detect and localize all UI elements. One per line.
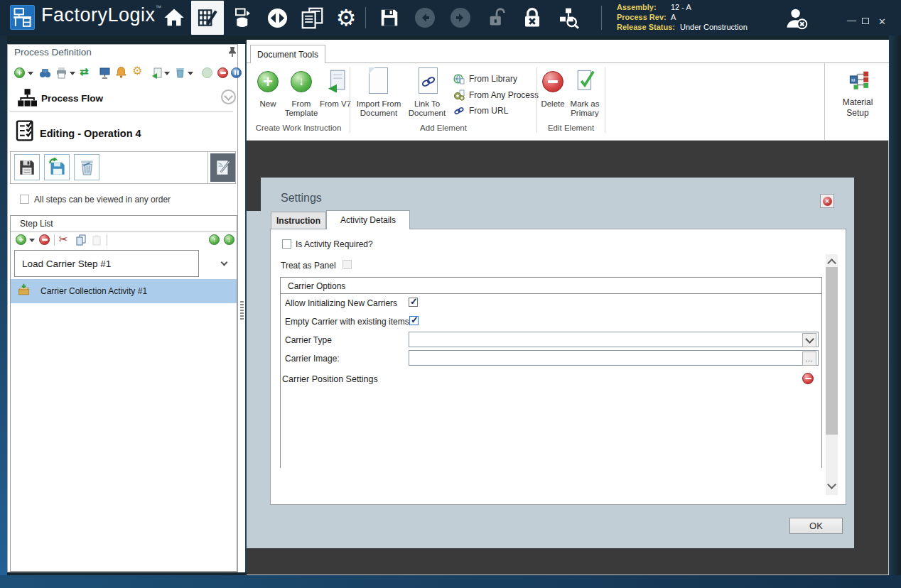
step-name-input[interactable]: Load Carrier Step #1 — [14, 250, 199, 277]
dialog-close-button[interactable]: ✕ — [820, 194, 834, 208]
scrollbar-thumb[interactable] — [826, 267, 838, 435]
sync-button[interactable] — [266, 6, 288, 29]
from-template-label[interactable]: From Template — [279, 99, 324, 118]
save-button[interactable] — [377, 6, 401, 29]
collapse-button[interactable] — [221, 89, 236, 104]
add-button[interactable]: + — [14, 67, 25, 78]
edit-mode-button[interactable] — [210, 153, 235, 182]
from-v7-label[interactable]: From V7 — [318, 99, 352, 109]
from-template-button[interactable]: ↓ — [291, 71, 312, 92]
svg-text:M: M — [851, 77, 855, 82]
tab-document-tools[interactable]: Document Tools — [250, 45, 325, 63]
delete-element-button[interactable] — [542, 71, 563, 92]
import-from-document-label[interactable]: Import From Document — [350, 99, 407, 118]
carrier-image-input[interactable]: … — [409, 350, 819, 366]
process-flow-label[interactable]: Process Flow — [41, 93, 103, 104]
carrier-options-header: Carrier Options — [280, 277, 822, 294]
reorder-button[interactable]: ⇄ — [80, 65, 89, 78]
configure-button[interactable]: ⚙ — [132, 64, 142, 77]
logout-user-button[interactable] — [784, 6, 809, 31]
add-dropdown-caret[interactable] — [28, 72, 33, 75]
export-dropdown-caret[interactable] — [164, 72, 170, 75]
minimize-button[interactable]: — — [847, 16, 856, 25]
link-to-document-label[interactable]: Link To Document — [403, 99, 451, 118]
export-button[interactable] — [151, 67, 163, 82]
cut-step-button[interactable]: ✂ — [59, 233, 68, 246]
back-button[interactable] — [415, 8, 435, 28]
material-setup-button[interactable]: M Material Setup — [827, 63, 889, 140]
print-button[interactable] — [55, 67, 68, 82]
title-bar: FactoryLogix™ — [0, 0, 901, 36]
all-steps-checkbox-label[interactable]: All steps can be viewed in any order — [34, 195, 171, 205]
combobox-dropdown-button[interactable] — [802, 333, 816, 347]
brand-title: FactoryLogix™ — [41, 4, 162, 26]
print-dropdown-caret[interactable] — [70, 72, 75, 75]
process-search-button[interactable] — [556, 6, 581, 30]
delete-operation-button[interactable] — [74, 154, 99, 180]
empty-carrier-checkbox[interactable] — [409, 316, 419, 325]
from-library-button[interactable]: From Library — [453, 73, 517, 85]
mark-primary-label[interactable]: Mark as Primary — [564, 99, 605, 118]
empty-carrier-label: Empty Carrier with existing items — [285, 317, 409, 327]
remove-position-button[interactable] — [802, 373, 814, 384]
binoculars-icon — [39, 67, 51, 79]
allow-initializing-label: Allow Initializing New Carriers — [285, 298, 397, 308]
lock-exclude-button[interactable] — [521, 6, 544, 30]
work-instructions-button[interactable] — [191, 1, 224, 35]
copy-step-button[interactable] — [75, 234, 87, 249]
maximize-button[interactable] — [862, 18, 869, 24]
notify-button[interactable] — [115, 66, 127, 81]
carrier-image-label: Carrier Image: — [285, 354, 340, 364]
carrier-type-combobox[interactable] — [409, 332, 819, 347]
activity-list-item-selected[interactable]: Carrier Collection Activity #1 — [11, 279, 237, 303]
find-button[interactable] — [39, 67, 51, 82]
home-button[interactable] — [162, 6, 186, 30]
recycle-button[interactable] — [174, 66, 186, 81]
new-instruction-button[interactable]: + — [257, 71, 279, 92]
dialog-scrollbar[interactable] — [826, 254, 838, 495]
settings-button[interactable]: ⚙ — [333, 4, 359, 31]
forward-icon — [455, 12, 466, 23]
move-step-down-button[interactable]: ↓ — [224, 234, 234, 245]
from-any-process-button[interactable]: From Any Process — [453, 89, 539, 101]
is-activity-required-label[interactable]: Is Activity Required? — [296, 239, 373, 249]
mark-primary-button[interactable] — [574, 69, 595, 96]
ok-button[interactable]: OK — [789, 518, 843, 534]
pin-icon[interactable] — [227, 46, 237, 60]
import-button[interactable] — [232, 6, 254, 30]
titlebar-separator — [601, 6, 602, 30]
printer-icon — [55, 67, 68, 79]
close-window-button[interactable]: ✕ — [878, 17, 886, 26]
from-v7-button[interactable] — [326, 70, 347, 97]
scroll-down-arrow[interactable] — [827, 480, 836, 489]
move-step-up-button[interactable]: ↑ — [209, 234, 220, 245]
browse-button[interactable]: … — [802, 352, 816, 366]
dialog-title: Settings — [281, 192, 322, 205]
scroll-up-arrow[interactable] — [827, 258, 836, 268]
reports-button[interactable] — [299, 6, 325, 30]
home-icon — [163, 7, 185, 28]
tab-instruction[interactable]: Instruction — [271, 212, 326, 229]
allow-initializing-checkbox[interactable] — [409, 298, 418, 307]
trash-can-icon — [78, 158, 96, 176]
stop-button[interactable] — [217, 67, 228, 78]
unlock-button[interactable] — [486, 6, 507, 29]
save-operation-button[interactable] — [14, 154, 40, 180]
assembly-value: 12 - A — [671, 3, 691, 11]
all-steps-checkbox[interactable] — [20, 195, 29, 204]
pause-button[interactable] — [231, 67, 242, 78]
presentation-button[interactable] — [99, 67, 111, 82]
paste-step-button-disabled — [91, 234, 102, 249]
add-step-button[interactable]: + — [16, 234, 26, 245]
process-search-icon — [557, 6, 580, 29]
add-step-caret[interactable] — [29, 239, 35, 242]
save-as-button[interactable] — [44, 154, 70, 180]
forward-button[interactable] — [450, 8, 470, 28]
from-url-button[interactable]: From URL — [453, 106, 508, 116]
recycle-dropdown-caret[interactable] — [188, 72, 193, 75]
tab-activity-details[interactable]: Activity Details — [326, 210, 410, 229]
remove-step-button[interactable] — [39, 234, 50, 245]
splitter-grip[interactable] — [240, 300, 244, 321]
panel-splitter[interactable] — [238, 44, 247, 572]
is-activity-required-checkbox[interactable] — [282, 239, 291, 249]
